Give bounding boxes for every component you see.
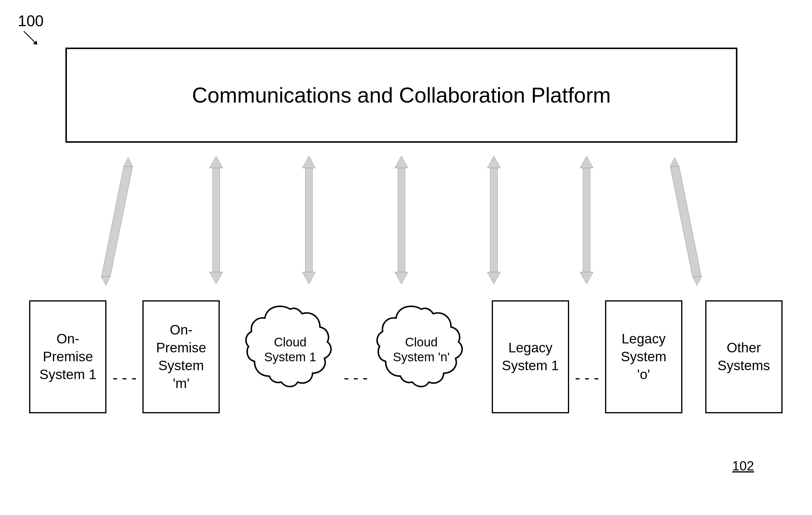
dash-cloud: - - - [344,327,368,387]
svg-marker-17 [580,156,593,168]
arrow-7-diagonal-right [667,152,703,288]
on-premise-1-box: On-PremiseSystem 1 [29,300,107,413]
systems-row: On-PremiseSystem 1 - - - On-PremiseSyste… [18,300,794,413]
svg-marker-21 [670,167,701,277]
svg-marker-14 [487,156,500,168]
dash-op: - - - [112,327,137,387]
platform-title: Communications and Collaboration Platfor… [192,83,611,107]
figure-label-arrow [22,30,40,48]
svg-rect-18 [583,168,590,272]
svg-rect-6 [212,168,220,272]
svg-marker-13 [395,272,408,284]
legacy-1-box: LegacySystem 1 [492,300,569,413]
dash-legacy: - - - [575,327,599,387]
arrow-1-diagonal-left [100,152,136,288]
platform-ref: 102 [732,458,754,474]
svg-marker-3 [102,167,133,277]
other-systems: OtherSystems [705,300,783,413]
cloud-1-shape: Cloud System 1 [242,300,338,413]
platform-box: Communications and Collaboration Platfor… [65,48,737,143]
on-premise-1-label: On-PremiseSystem 1 [39,330,97,383]
arrows-row [65,146,737,294]
legacy-o-box: LegacySystem'o' [605,300,683,413]
svg-marker-10 [302,272,316,284]
svg-marker-19 [580,272,593,284]
svg-rect-9 [306,168,313,272]
cloud-group: Cloud System 1 - - - Cloud System 'n' [242,300,469,413]
cloud-system-n: Cloud System 'n' [374,300,469,413]
svg-marker-16 [487,272,500,284]
on-premise-m-label: On-PremiseSystem'm' [156,321,206,392]
arrow-2-straight [204,152,228,288]
on-premise-system-1: On-PremiseSystem 1 [29,300,107,413]
legacy-1-label: LegacySystem 1 [502,339,559,375]
svg-marker-8 [302,156,316,168]
figure-label: 100 [18,12,44,30]
svg-marker-20 [670,158,679,167]
legacy-system-1: LegacySystem 1 [492,300,569,413]
other-systems-label: OtherSystems [718,339,770,375]
legacy-system-o: LegacySystem'o' [605,300,683,413]
svg-marker-4 [102,277,110,285]
arrow-5-straight [482,152,506,288]
svg-marker-2 [124,158,133,167]
arrow-3-straight [297,152,321,288]
cloud-n-shape: Cloud System 'n' [374,300,469,413]
arrow-4-straight [389,152,413,288]
svg-text:System 'n': System 'n' [393,350,450,364]
svg-marker-11 [395,156,408,168]
legacy-group: LegacySystem 1 - - - LegacySystem'o' [492,300,683,413]
arrow-6-straight [575,152,599,288]
on-premise-system-m: On-PremiseSystem'm' [142,300,220,413]
svg-rect-12 [398,168,405,272]
legacy-o-label: LegacySystem'o' [621,330,666,383]
on-premise-m-box: On-PremiseSystem'm' [142,300,220,413]
svg-marker-22 [693,277,701,285]
svg-text:Cloud: Cloud [274,335,307,349]
svg-marker-7 [210,272,223,284]
svg-marker-5 [210,156,223,168]
svg-text:Cloud: Cloud [405,335,438,349]
diagram: 100 Communications and Collaboration Pla… [0,0,812,515]
cloud-system-1: Cloud System 1 [242,300,338,413]
other-systems-box: OtherSystems [705,300,783,413]
svg-rect-15 [490,168,497,272]
on-premise-group: On-PremiseSystem 1 - - - On-PremiseSyste… [29,300,220,413]
svg-text:System 1: System 1 [264,350,316,364]
